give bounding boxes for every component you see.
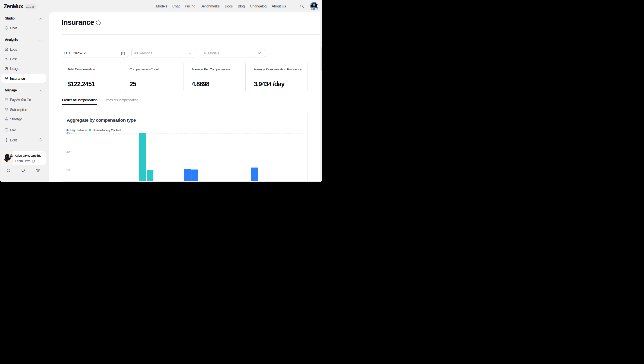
svg-text:S: S (311, 8, 313, 10)
